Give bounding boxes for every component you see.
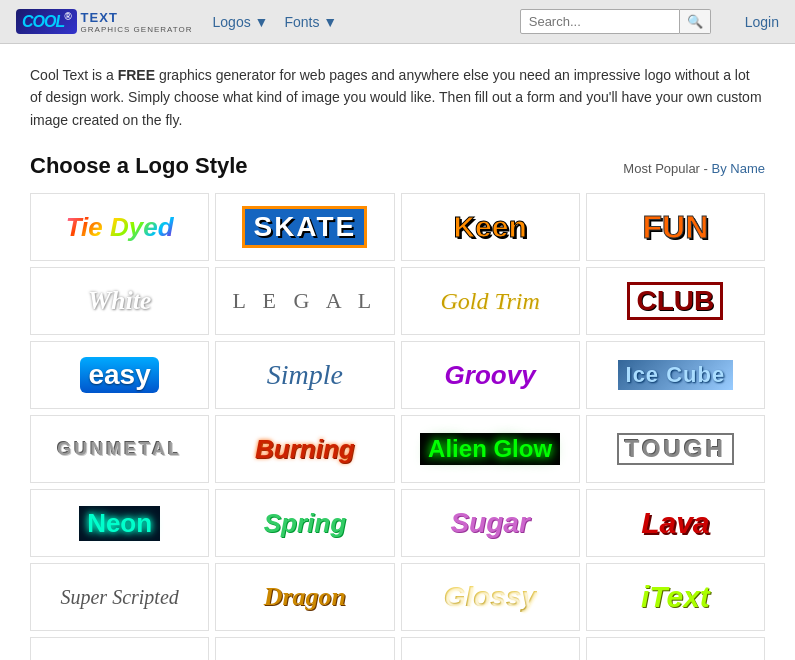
sort-by-name-link[interactable]: By Name — [712, 161, 765, 176]
search-button[interactable]: 🔍 — [680, 9, 711, 34]
logo-style-item[interactable]: Princess — [401, 637, 580, 660]
logo-style-item[interactable]: iText — [586, 563, 765, 631]
logo-style-item[interactable]: Dragon — [215, 563, 394, 631]
logo-style-item[interactable]: Neon — [30, 489, 209, 557]
logo-style-item[interactable]: CLUB — [586, 267, 765, 335]
logo-style-item[interactable]: Tie Dyed — [30, 193, 209, 261]
logo-style-item[interactable]: Ice Cube — [586, 341, 765, 409]
logo-style-item[interactable]: Glossy — [401, 563, 580, 631]
logo-style-item[interactable]: Simple — [215, 341, 394, 409]
logo-style-item[interactable]: Animated Wire — [215, 637, 394, 660]
logo-style-text: Sugar — [450, 507, 529, 539]
fonts-nav-link[interactable]: Fonts ▼ — [284, 14, 337, 30]
logo-style-text: Simple — [267, 359, 343, 391]
logo-style-text: CLUB — [627, 282, 723, 320]
intro-paragraph: Cool Text is a FREE graphics generator f… — [30, 64, 765, 131]
logo-style-text: FUN — [642, 209, 708, 246]
logo-style-text: Gold Trim — [440, 288, 539, 315]
logo-style-item[interactable]: L E G A L — [215, 267, 394, 335]
search-input[interactable] — [520, 9, 680, 34]
logo-style-item[interactable]: Sugar — [401, 489, 580, 557]
logo-text: TEXT GRAPHICS GENERATOR — [81, 10, 193, 34]
logo-style-item[interactable]: Keen — [401, 193, 580, 261]
logo-style-text: L E G A L — [232, 288, 377, 314]
logo-style-text: Tie Dyed — [66, 212, 174, 243]
logo-style-item[interactable]: FUN — [586, 193, 765, 261]
logo-style-text: Alien Glow — [420, 433, 560, 465]
logo-icon: COOL® — [16, 9, 77, 34]
logo-style-text: TOUGH — [617, 433, 734, 465]
logo-style-item[interactable]: Groovy — [401, 341, 580, 409]
logo-style-text: Lava — [641, 506, 709, 540]
main-nav: Logos ▼ Fonts ▼ — [213, 14, 500, 30]
logo-style-item[interactable]: GUNMETAL — [30, 415, 209, 483]
logo-style-item[interactable]: TOUGH — [586, 415, 765, 483]
logo-style-text: SKATE — [242, 206, 367, 248]
logo-style-item[interactable]: Gold Trim — [401, 267, 580, 335]
logo-style-text: iText — [641, 580, 710, 614]
logo-style-item[interactable]: SKATE — [215, 193, 394, 261]
sort-options: Most Popular - By Name — [623, 161, 765, 176]
header: COOL® TEXT GRAPHICS GENERATOR Logos ▼ Fo… — [0, 0, 795, 44]
logo-style-text: Dragon — [264, 582, 346, 612]
sort-separator: - — [704, 161, 712, 176]
logo-style-item[interactable]: White — [30, 267, 209, 335]
logo-style-item[interactable]: Super Scripted — [30, 563, 209, 631]
logo-style-text: Burning — [255, 434, 355, 465]
main-content: Cool Text is a FREE graphics generator f… — [0, 44, 795, 660]
logo-style-text: Ice Cube — [618, 360, 734, 390]
logo-style-item[interactable]: DARK — [586, 637, 765, 660]
site-logo[interactable]: COOL® TEXT GRAPHICS GENERATOR — [16, 9, 193, 34]
logo-style-text: Spring — [264, 508, 346, 539]
logo-style-item[interactable]: Lava — [586, 489, 765, 557]
logo-style-grid: Tie DyedSKATEKeenFUNWhiteL E G A LGold T… — [30, 193, 765, 660]
logo-style-item[interactable]: Alien Glow — [401, 415, 580, 483]
logo-style-item[interactable]: Burning — [215, 415, 394, 483]
search-container: 🔍 — [520, 9, 711, 34]
logo-style-text: Keen — [453, 210, 526, 244]
logos-nav-link[interactable]: Logos ▼ — [213, 14, 269, 30]
section-title: Choose a Logo Style — [30, 153, 248, 179]
logo-style-item[interactable]: easy — [30, 341, 209, 409]
logo-style-text: easy — [80, 357, 158, 393]
logo-style-text: Groovy — [445, 360, 536, 391]
logo-style-text: DARK — [631, 655, 720, 660]
section-header: Choose a Logo Style Most Popular - By Na… — [30, 153, 765, 179]
sort-most-popular-label: Most Popular — [623, 161, 700, 176]
logo-style-item[interactable]: Spring — [215, 489, 394, 557]
logo-style-text: GUNMETAL — [57, 439, 182, 460]
logo-style-text: Glossy — [443, 581, 536, 613]
logo-style-item[interactable]: Vampire — [30, 637, 209, 660]
logo-style-text: Princess — [436, 656, 544, 660]
logo-style-text: Super Scripted — [60, 586, 178, 609]
login-link[interactable]: Login — [745, 14, 779, 30]
logo-style-text: White — [88, 286, 152, 316]
logo-style-text: Neon — [79, 506, 160, 541]
